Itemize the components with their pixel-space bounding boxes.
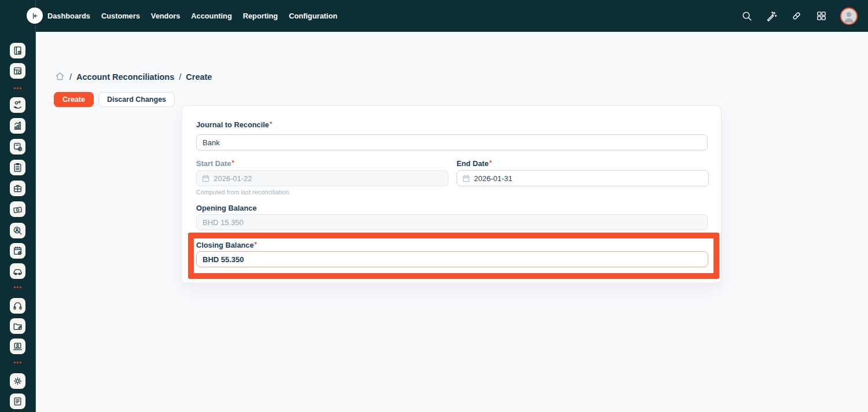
breadcrumb-create: Create — [186, 72, 212, 82]
start-date-value: 2026-01-22 — [214, 174, 252, 183]
sidebar-item-ledger[interactable] — [10, 43, 25, 58]
sidebar-item-sales[interactable] — [10, 97, 25, 113]
start-date-input: 2026-01-22 — [196, 170, 448, 186]
collapse-sidebar-icon — [31, 12, 39, 20]
highlight-annotation: Closing Balance* — [188, 233, 719, 279]
nav-item-accounting[interactable]: Accounting — [191, 12, 231, 20]
required-marker: * — [231, 159, 234, 166]
calendar-small-icon — [202, 175, 209, 182]
magic-wand-icon — [766, 10, 777, 22]
ledger-book-icon — [13, 46, 23, 56]
start-date-label: Start Date* — [196, 159, 234, 168]
closing-balance-label: Closing Balance* — [196, 241, 257, 249]
calendar-icon — [13, 246, 23, 256]
discard-changes-button[interactable]: Discard Changes — [98, 92, 175, 107]
sidebar-divider — [14, 286, 21, 288]
sidebar-item-car[interactable] — [10, 263, 25, 279]
sidebar-item-pos[interactable] — [10, 393, 25, 409]
quick-new-button[interactable] — [766, 10, 777, 22]
nav-item-dashboards[interactable]: Dashboards — [47, 12, 90, 20]
scale-plus-icon — [13, 142, 23, 152]
sidebar-item-documents[interactable] — [10, 318, 25, 334]
sidebar-item-support[interactable] — [10, 298, 25, 314]
breadcrumb: / Account Reconciliations / Create — [55, 71, 212, 83]
laptop-icon — [13, 341, 23, 351]
required-marker: * — [489, 159, 491, 166]
breadcrumb-home[interactable] — [55, 71, 65, 83]
sidebar — [0, 0, 36, 412]
user-avatar-icon — [841, 9, 856, 24]
reconciliation-form-card: Journal to Reconcile* Start Date* 2026-0… — [181, 105, 722, 284]
cash-calculator-icon — [13, 204, 23, 214]
sidebar-item-cash[interactable] — [10, 201, 25, 217]
folder-documents-icon — [13, 321, 23, 331]
user-avatar[interactable] — [840, 8, 858, 25]
sidebar-item-calendar[interactable] — [10, 243, 25, 259]
main-content: / Account Reconciliations / Create Creat… — [36, 32, 868, 412]
user-search-icon — [13, 226, 23, 236]
topbar-right-icons — [741, 0, 858, 32]
end-date-input[interactable]: 2026-01-31 — [457, 170, 709, 186]
sidebar-item-financial-chart[interactable] — [10, 118, 25, 134]
create-button[interactable]: Create — [54, 92, 94, 107]
topbar: Dashboards Customers Vendors Accounting … — [0, 0, 868, 32]
sidebar-divider — [14, 87, 21, 89]
start-date-helper: Computed from last reconciliation. — [196, 189, 290, 196]
sidebar-divider — [14, 362, 21, 363]
sales-hand-coin-icon — [13, 100, 23, 110]
nav-item-vendors[interactable]: Vendors — [151, 12, 181, 20]
search-button[interactable] — [741, 10, 752, 22]
financial-chart-icon — [13, 121, 23, 131]
clipboard-calculator-icon — [13, 163, 23, 172]
capsule-button[interactable] — [790, 10, 802, 22]
required-marker: * — [270, 120, 272, 127]
opening-balance-input — [196, 214, 708, 230]
calendar-small-icon — [462, 175, 470, 182]
pos-terminal-icon — [13, 396, 23, 406]
sidebar-item-clipboard[interactable] — [10, 160, 25, 175]
breadcrumb-account-reconciliations[interactable]: Account Reconciliations — [76, 72, 174, 82]
settings-gear-icon — [13, 376, 23, 386]
breadcrumb-separator: / — [179, 72, 181, 82]
search-icon — [741, 10, 752, 21]
collapse-sidebar-button[interactable] — [27, 8, 43, 24]
nav-item-customers[interactable]: Customers — [101, 12, 140, 20]
sidebar-item-laptop[interactable] — [10, 339, 25, 354]
breadcrumb-separator: / — [69, 72, 72, 82]
sidebar-item-scale-add[interactable] — [10, 139, 25, 154]
opening-balance-label: Opening Balance — [196, 204, 257, 212]
nav-item-configuration[interactable]: Configuration — [289, 12, 337, 20]
nav-item-reporting[interactable]: Reporting — [243, 12, 278, 20]
end-date-label: End Date* — [457, 159, 492, 168]
sidebar-item-dashboard[interactable] — [10, 63, 25, 79]
end-date-value: 2026-01-31 — [474, 174, 513, 183]
home-icon — [55, 71, 65, 81]
briefcase-icon — [13, 183, 23, 193]
sidebar-item-briefcase[interactable] — [10, 181, 25, 196]
sidebar-item-settings[interactable] — [10, 373, 25, 389]
apps-grid-icon — [816, 10, 827, 21]
apps-grid-button[interactable] — [815, 10, 827, 22]
dashboard-calculator-icon — [13, 66, 23, 76]
main-nav: Dashboards Customers Vendors Accounting … — [47, 0, 337, 32]
required-marker: * — [255, 241, 257, 248]
car-icon — [13, 266, 23, 276]
sidebar-item-user-search[interactable] — [10, 223, 25, 238]
action-buttons: Create Discard Changes — [54, 92, 175, 107]
capsule-icon — [791, 10, 802, 21]
journal-input[interactable] — [196, 134, 708, 150]
closing-balance-input[interactable] — [196, 251, 708, 267]
journal-label: Journal to Reconcile* — [196, 120, 272, 129]
headset-support-icon — [13, 301, 23, 311]
